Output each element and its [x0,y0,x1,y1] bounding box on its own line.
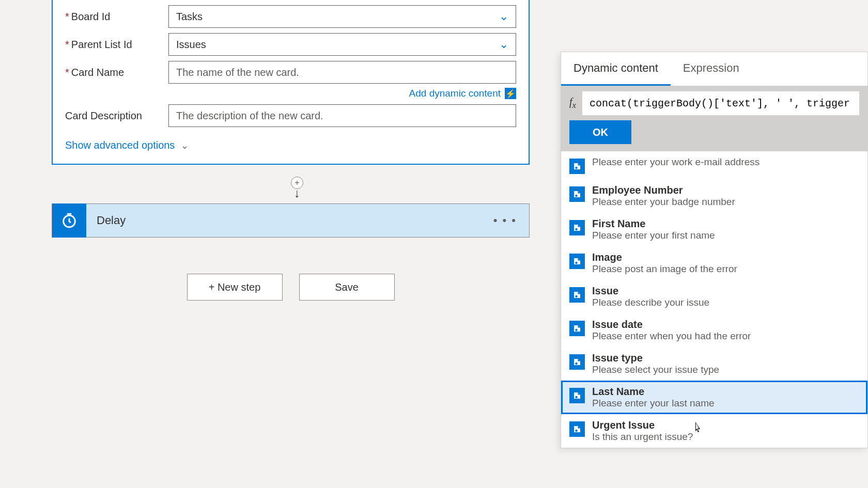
item-text: IssuePlease describe your issue [592,285,859,308]
panel-tabs: Dynamic content Expression [561,52,867,86]
expression-row: fx concat(triggerBody()['text'], ' ', tr… [561,86,867,120]
item-description: Please enter your first name [592,230,859,241]
dynamic-content-item[interactable]: ImagePlease post an image of the error [561,246,867,280]
row-parent-list: *Parent List Id Issues ⌄ [65,33,516,56]
advanced-options-toggle[interactable]: Show advanced options ⌄ [65,139,516,151]
chevron-down-icon: ⌄ [181,140,189,151]
item-text: First NamePlease enter your first name [592,218,859,241]
item-description: Please describe your issue [592,297,859,308]
svg-point-8 [575,396,578,399]
save-button[interactable]: Save [299,274,395,301]
form-field-icon [569,220,585,235]
form-field-icon [569,159,585,174]
item-text: ImagePlease post an image of the error [592,251,859,275]
svg-point-9 [575,430,578,432]
item-description: Is this an urgent issue? [592,431,859,443]
arrow-down-icon: ↓ [294,189,300,198]
svg-point-7 [575,363,578,365]
item-text: Last NamePlease enter your last name [592,386,859,409]
expression-input[interactable]: concat(triggerBody()['text'], ' ', trigg… [582,91,859,115]
item-title: Issue date [592,319,859,330]
svg-point-3 [575,228,578,231]
dynamic-content-item[interactable]: EmailPlease enter your work e-mail addre… [561,151,867,179]
label-card-name: *Card Name [65,67,168,78]
delay-action-card[interactable]: Delay • • • [52,203,530,238]
row-board-id: *Board Id Tasks ⌄ [65,5,516,28]
label-card-description: Card Description [65,110,168,122]
dynamic-content-list[interactable]: EmailPlease enter your work e-mail addre… [561,151,867,448]
item-title: Urgent Issue [592,419,859,431]
dynamic-content-icon[interactable]: ⚡ [505,88,516,99]
form-field-icon [569,287,585,303]
new-step-button[interactable]: + New step [187,274,283,301]
form-field-icon [569,186,585,202]
create-card-form: *Board Id Tasks ⌄ *Parent List Id Issues… [52,0,530,165]
input-card-name[interactable]: The name of the new card. [168,61,516,84]
chevron-down-icon: ⌄ [499,10,508,23]
item-title: First Name [592,218,859,230]
item-description: Please enter your last name [592,398,859,409]
add-dynamic-content-row: Add dynamic content ⚡ [65,88,516,99]
dynamic-content-item[interactable]: Issue typePlease select your issue type [561,347,867,381]
row-card-description: Card Description The description of the … [65,104,516,127]
svg-point-5 [575,295,578,298]
item-text: Urgent IssueIs this an urgent issue? [592,419,859,443]
select-parent-list[interactable]: Issues ⌄ [168,33,516,56]
row-card-name: *Card Name The name of the new card. [65,61,516,84]
item-text: Issue datePlease enter when you had the … [592,319,859,342]
item-title: Issue type [592,352,859,364]
svg-point-4 [575,262,578,264]
dynamic-content-item[interactable]: Last NamePlease enter your last name [561,381,867,414]
tab-expression[interactable]: Expression [671,52,752,86]
item-title: Image [592,251,859,263]
item-text: Issue typePlease select your issue type [592,352,859,375]
tab-dynamic-content[interactable]: Dynamic content [561,52,671,86]
item-description: Please enter your badge number [592,196,859,208]
dynamic-content-panel: Dynamic content Expression fx concat(tri… [561,52,868,448]
more-menu-icon[interactable]: • • • [493,214,517,227]
label-board-id: *Board Id [65,11,168,23]
item-title: Last Name [592,386,859,398]
form-field-icon [569,388,585,403]
ok-row: OK [561,120,867,151]
item-description: Please post an image of the error [592,263,859,275]
dynamic-content-item[interactable]: Urgent IssueIs this an urgent issue? [561,414,867,448]
item-title: Employee Number [592,184,859,196]
item-description: Please select your issue type [592,364,859,375]
svg-point-1 [575,167,578,169]
dynamic-content-item[interactable]: Employee NumberPlease enter your badge n… [561,179,867,213]
form-field-icon [569,421,585,437]
dynamic-content-item[interactable]: First NamePlease enter your first name [561,213,867,246]
item-title: Issue [592,285,859,297]
dynamic-content-item[interactable]: IssuePlease describe your issue [561,280,867,313]
add-dynamic-content-link[interactable]: Add dynamic content [409,88,501,99]
input-card-description[interactable]: The description of the new card. [168,104,516,127]
select-board-id[interactable]: Tasks ⌄ [168,5,516,28]
item-text: EmailPlease enter your work e-mail addre… [592,156,859,168]
flow-connector: + ↓ [289,177,305,202]
form-field-icon [569,321,585,336]
form-field-icon [569,354,585,370]
svg-point-6 [575,329,578,332]
label-parent-list: *Parent List Id [65,39,168,51]
dynamic-content-item[interactable]: Issue datePlease enter when you had the … [561,313,867,347]
item-text: Employee NumberPlease enter your badge n… [592,184,859,208]
delay-icon [52,203,86,238]
delay-title: Delay [97,214,126,227]
chevron-down-icon: ⌄ [499,38,508,51]
item-description: Please enter your work e-mail address [592,156,859,168]
svg-point-2 [575,195,578,197]
flow-actions-row: + New step Save [52,274,530,301]
ok-button[interactable]: OK [569,120,631,144]
item-description: Please enter when you had the error [592,330,859,342]
form-field-icon [569,254,585,269]
fx-icon: fx [569,96,576,111]
